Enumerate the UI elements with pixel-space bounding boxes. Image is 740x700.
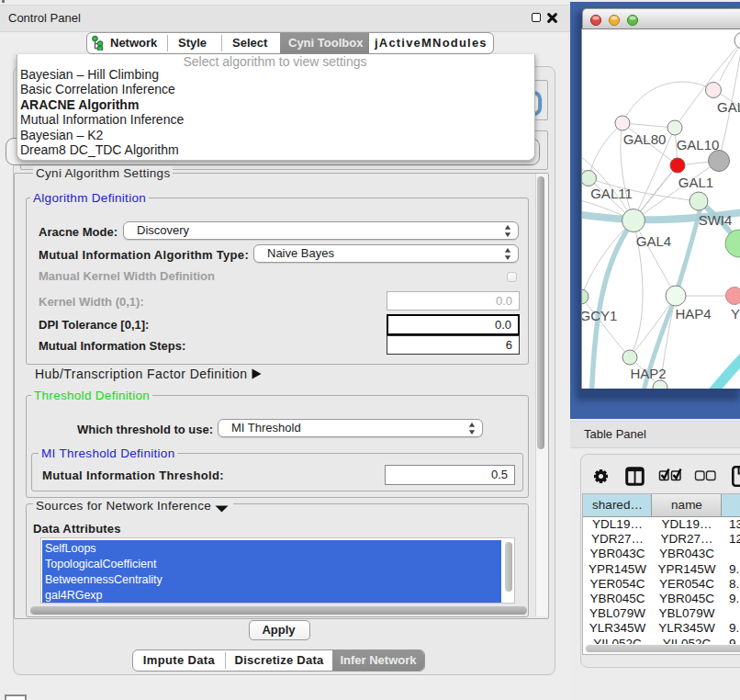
svg-text:HAP4: HAP4 [675,306,711,322]
svg-text:HAP2: HAP2 [630,366,666,381]
svg-text:GAL7: GAL7 [717,99,740,115]
svg-text:GAL11: GAL11 [590,186,633,201]
svg-text:GAL1: GAL1 [678,175,713,190]
svg-text:Y: Y [731,306,740,322]
svg-text:GCY1: GCY1 [582,308,617,323]
svg-text:SWI4: SWI4 [699,212,733,228]
svg-text:GAL4: GAL4 [636,233,671,249]
svg-text:GAL80: GAL80 [623,131,667,147]
svg-text:GAL10: GAL10 [677,137,720,152]
